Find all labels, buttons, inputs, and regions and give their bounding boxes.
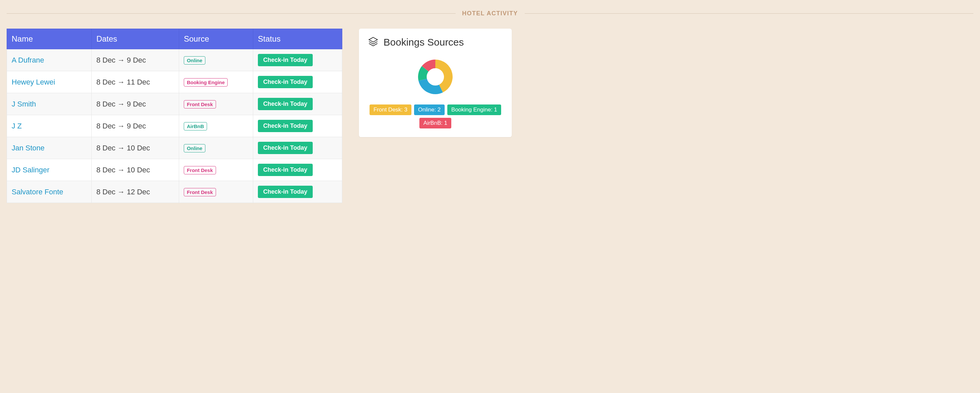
legend-pill: Booking Engine: 1	[447, 104, 501, 115]
check-in-button[interactable]: Check-in Today	[258, 164, 313, 176]
source-badge: AirBnB	[184, 122, 207, 131]
dates-cell: 8 Dec → 12 Dec	[91, 181, 179, 203]
divider-right	[525, 13, 974, 14]
bookings-sources-card: Bookings Sources Front Desk: 3Online: 2B…	[359, 29, 512, 137]
guest-name-link[interactable]: Hewey Lewei	[12, 78, 55, 86]
guest-name-link[interactable]: A Dufrane	[12, 56, 44, 64]
guest-name-link[interactable]: J Smith	[12, 100, 36, 108]
col-header-status: Status	[253, 29, 342, 49]
dates-cell: 8 Dec → 11 Dec	[91, 71, 179, 93]
svg-marker-0	[369, 37, 377, 42]
source-badge: Front Desk	[184, 188, 216, 196]
dates-cell: 8 Dec → 9 Dec	[91, 115, 179, 137]
section-title: HOTEL ACTIVITY	[456, 10, 525, 17]
guest-name-link[interactable]: Salvatore Fonte	[12, 188, 63, 196]
section-header: HOTEL ACTIVITY	[6, 10, 974, 17]
layers-icon	[368, 36, 379, 49]
check-in-button[interactable]: Check-in Today	[258, 98, 313, 110]
col-header-source: Source	[179, 29, 253, 49]
table-row: A Dufrane8 Dec → 9 DecOnlineCheck-in Tod…	[7, 49, 342, 71]
check-in-button[interactable]: Check-in Today	[258, 186, 313, 198]
table-row: Jan Stone8 Dec → 10 DecOnlineCheck-in To…	[7, 137, 342, 159]
table-row: J Z8 Dec → 9 DecAirBnBCheck-in Today	[7, 115, 342, 137]
table-row: JD Salinger8 Dec → 10 DecFront DeskCheck…	[7, 159, 342, 181]
col-header-dates: Dates	[91, 29, 179, 49]
legend-pill: Front Desk: 3	[369, 104, 411, 115]
check-in-button[interactable]: Check-in Today	[258, 76, 313, 88]
dates-cell: 8 Dec → 10 Dec	[91, 159, 179, 181]
table-row: J Smith8 Dec → 9 DecFront DeskCheck-in T…	[7, 93, 342, 115]
source-badge: Front Desk	[184, 166, 216, 174]
source-badge: Online	[184, 144, 205, 152]
activity-table: Name Dates Source Status A Dufrane8 Dec …	[6, 29, 342, 203]
dates-cell: 8 Dec → 10 Dec	[91, 137, 179, 159]
source-badge: Booking Engine	[184, 78, 228, 86]
divider-left	[6, 13, 456, 14]
donut-slice	[418, 79, 443, 94]
donut-chart	[368, 55, 503, 99]
col-header-name: Name	[7, 29, 92, 49]
activity-table-container: Name Dates Source Status A Dufrane8 Dec …	[6, 29, 342, 203]
legend-pill: Online: 2	[414, 104, 445, 115]
legend: Front Desk: 3Online: 2Booking Engine: 1A…	[368, 104, 503, 128]
source-badge: Online	[184, 56, 205, 65]
guest-name-link[interactable]: Jan Stone	[12, 144, 45, 152]
check-in-button[interactable]: Check-in Today	[258, 142, 313, 154]
dates-cell: 8 Dec → 9 Dec	[91, 49, 179, 71]
source-badge: Front Desk	[184, 100, 216, 109]
guest-name-link[interactable]: J Z	[12, 122, 22, 130]
legend-pill: AirBnB: 1	[419, 118, 451, 128]
check-in-button[interactable]: Check-in Today	[258, 54, 313, 66]
check-in-button[interactable]: Check-in Today	[258, 120, 313, 132]
guest-name-link[interactable]: JD Salinger	[12, 166, 49, 174]
dates-cell: 8 Dec → 9 Dec	[91, 93, 179, 115]
table-row: Hewey Lewei8 Dec → 11 DecBooking EngineC…	[7, 71, 342, 93]
card-title: Bookings Sources	[383, 37, 464, 48]
table-row: Salvatore Fonte8 Dec → 12 DecFront DeskC…	[7, 181, 342, 203]
